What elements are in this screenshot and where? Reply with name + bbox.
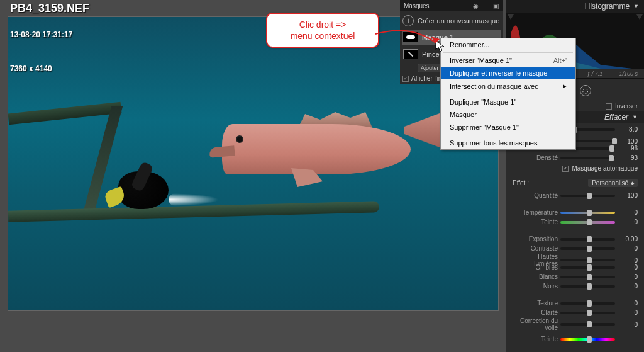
- hue-row[interactable]: Teinte: [513, 334, 638, 344]
- callout-line2: menu contextuel: [291, 31, 355, 41]
- erase-section-title[interactable]: Effacer: [604, 113, 628, 122]
- scene-diver: [106, 159, 181, 219]
- whites-row[interactable]: Blancs 0: [513, 272, 638, 281]
- shadows-row[interactable]: Ombres 0: [513, 263, 638, 272]
- effect-dropdown[interactable]: Personnalisé◆: [588, 179, 638, 187]
- tool-radial-icon[interactable]: ◌: [580, 85, 591, 96]
- svg-marker-0: [508, 14, 514, 20]
- automask-checkbox[interactable]: ✓: [562, 166, 569, 172]
- effect-label: Effet :: [513, 179, 529, 186]
- highlights-row[interactable]: Hautes lumières 0: [513, 253, 638, 263]
- brush-density-row[interactable]: Densité 93: [513, 153, 638, 162]
- brush-thumb-icon: [403, 49, 418, 59]
- ctx-duplicate[interactable]: Dupliquer "Masque 1": [441, 96, 575, 108]
- svg-marker-1: [636, 14, 643, 20]
- histogram-title[interactable]: Histogramme: [585, 2, 630, 11]
- scene-wing: [8, 102, 122, 125]
- ctx-invert-shortcut: Alt+': [553, 57, 567, 64]
- callout-line1: Clic droit =>: [299, 20, 347, 30]
- annotation-callout: Clic droit => menu contextuel: [266, 13, 379, 48]
- erase-toggle-icon[interactable]: ▼: [632, 114, 638, 120]
- dropdown-icon: ◆: [631, 181, 634, 186]
- texture-row[interactable]: Texture 0: [513, 298, 638, 308]
- contrast-row[interactable]: Contraste 0: [513, 244, 638, 253]
- temperature-row[interactable]: Température 0: [513, 208, 638, 217]
- scene-fish: [209, 99, 448, 193]
- mask-context-menu: Renommer... Inverser "Masque 1" Alt+' Du…: [440, 38, 576, 150]
- blacks-row[interactable]: Noirs 0: [513, 281, 638, 291]
- dehaze-row[interactable]: Correction du voile 0: [513, 317, 638, 327]
- clarity-row[interactable]: Clarté 0: [513, 308, 638, 317]
- panel-close-icon[interactable]: ▣: [492, 2, 499, 9]
- submenu-arrow-icon: ▸: [563, 82, 567, 90]
- ctx-delete[interactable]: Supprimer "Masque 1": [441, 121, 575, 133]
- masks-title: Masques: [404, 3, 469, 9]
- automask-label: Masquage automatique: [572, 165, 638, 172]
- exposure-row[interactable]: Exposition 0.00: [513, 234, 638, 244]
- file-datetime: 13-08-20 17:31:17: [10, 30, 89, 39]
- overlay-checkbox[interactable]: ✓: [402, 76, 409, 82]
- histo-aperture: ƒ / 7.1: [587, 71, 602, 77]
- invert-checkbox[interactable]: [606, 103, 612, 110]
- panel-eye-icon[interactable]: ◉: [472, 2, 479, 9]
- file-dimensions: 7360 x 4140: [10, 64, 89, 73]
- ctx-invert[interactable]: Inverser "Masque 1" Alt+': [441, 54, 575, 67]
- histogram-toggle-icon[interactable]: ▼: [633, 3, 639, 9]
- tint-row[interactable]: Teinte 0: [513, 217, 638, 227]
- invert-label: Inverser: [615, 103, 638, 110]
- ctx-rename[interactable]: Renommer...: [441, 38, 575, 51]
- ctx-delete-all[interactable]: Supprimer tous les masques: [441, 137, 575, 149]
- amount-row[interactable]: Quantité 100: [513, 191, 638, 200]
- ctx-duplicate-invert[interactable]: Dupliquer et inverser le masque: [441, 67, 575, 79]
- ctx-hide[interactable]: Masquer: [441, 108, 575, 121]
- panel-dots-icon[interactable]: ⋯: [482, 2, 489, 9]
- mask-add-button[interactable]: Ajouter: [418, 64, 442, 72]
- histo-shutter: 1/100 s: [619, 71, 638, 77]
- ctx-intersect[interactable]: Intersection du masque avec ▸: [441, 79, 575, 93]
- filename: PB4_3159.NEF: [10, 2, 89, 15]
